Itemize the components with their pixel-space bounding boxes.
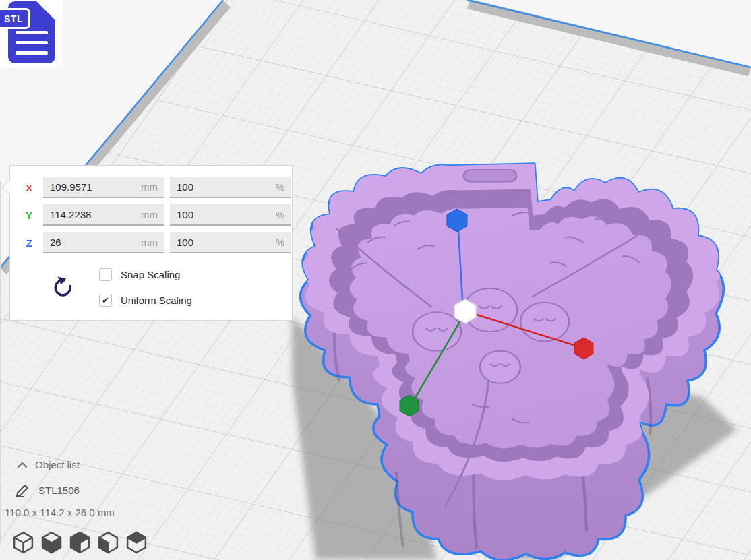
object-list-header[interactable]: Object list — [35, 459, 80, 470]
snap-scaling-checkbox[interactable] — [99, 268, 112, 281]
unit-label: % — [276, 209, 284, 220]
view-3d-icon[interactable] — [12, 530, 34, 554]
uniform-scaling-checkbox[interactable] — [99, 294, 112, 307]
view-right-icon[interactable] — [125, 530, 148, 554]
stl-badge: STL — [0, 8, 30, 29]
scale-row-y: Y mm % — [10, 204, 292, 226]
scale-y-percent-input[interactable] — [177, 209, 251, 220]
scale-row-z: Z mm % — [10, 232, 292, 253]
uniform-scaling-option[interactable]: Uniform Scaling — [99, 294, 192, 307]
view-front-icon[interactable] — [40, 530, 63, 554]
pencil-icon[interactable] — [14, 483, 32, 497]
unit-label: % — [276, 237, 284, 248]
axis-x-label: X — [22, 182, 36, 193]
scale-z-mm-field: mm — [43, 232, 164, 253]
stl-file-icon: STL — [0, 0, 63, 67]
reset-scale-button[interactable] — [49, 276, 73, 300]
uniform-scaling-label: Uniform Scaling — [121, 294, 192, 306]
unit-label: mm — [141, 209, 158, 220]
view-top-icon[interactable] — [69, 530, 91, 554]
toolbar-edge-divider — [0, 181, 1, 545]
snap-scaling-label: Snap Scaling — [121, 269, 180, 280]
chevron-up-icon[interactable] — [16, 461, 28, 469]
scale-z-percent-field: % — [170, 232, 291, 253]
camera-view-toolbar — [12, 530, 148, 554]
unit-label: mm — [141, 181, 158, 193]
scale-x-mm-field: mm — [43, 177, 164, 198]
object-list-item-name[interactable]: STL1506 — [38, 485, 80, 496]
scale-row-x: X mm % — [10, 177, 292, 198]
unit-label: % — [276, 181, 284, 193]
cura-3d-slicer-window: { "file_icon": { "badge": "STL" }, "scal… — [0, 0, 751, 560]
scale-tool-panel: X mm % Y mm % Z mm % — [9, 165, 293, 321]
unit-label: mm — [141, 237, 158, 248]
scale-y-mm-input[interactable] — [50, 209, 124, 220]
reset-icon — [49, 276, 73, 300]
scale-x-percent-field: % — [170, 177, 291, 198]
model-dimensions: 110.0 x 114.2 x 26.0 mm — [5, 507, 115, 518]
axis-z-label: Z — [22, 237, 36, 249]
scale-y-mm-field: mm — [43, 204, 164, 226]
scale-x-mm-input[interactable] — [50, 181, 124, 193]
scale-x-percent-input[interactable] — [177, 181, 251, 193]
scale-y-percent-field: % — [170, 204, 291, 226]
axis-y-label: Y — [22, 210, 36, 221]
view-left-icon[interactable] — [97, 530, 119, 554]
snap-scaling-option[interactable]: Snap Scaling — [99, 268, 180, 281]
scale-z-mm-input[interactable] — [50, 237, 124, 248]
scale-z-percent-input[interactable] — [177, 237, 251, 248]
